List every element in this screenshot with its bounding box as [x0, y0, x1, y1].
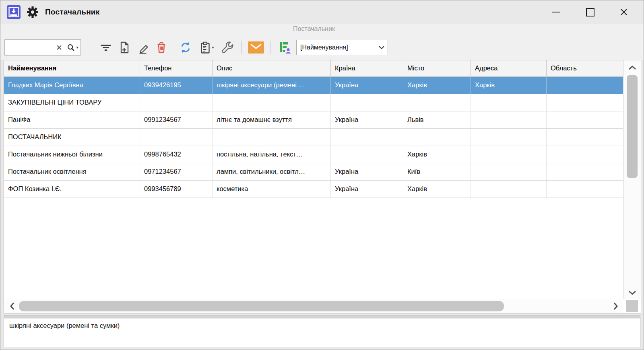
table-cell [547, 94, 623, 111]
column-header-1[interactable]: Телефон [140, 60, 213, 76]
edit-record-button[interactable] [134, 38, 152, 57]
splitter-handle[interactable] [4, 315, 640, 319]
table-cell: 0993456789 [140, 181, 213, 198]
scrollbar-corner [623, 299, 641, 313]
table-header: НайменуванняТелефонОписКраїнаМістоАдреса… [4, 60, 623, 77]
vertical-scrollbar[interactable] [623, 60, 641, 299]
column-header-6[interactable]: Область [547, 60, 623, 76]
table-cell: ПОСТАЧАЛЬНИК [4, 129, 140, 146]
combobox-value: [Найменування] [297, 44, 376, 51]
edit-icon [136, 41, 150, 54]
table-row[interactable]: ФОП Козинка І.Є.0993456789косметикаУкраї… [4, 181, 623, 198]
table-cell [471, 163, 547, 180]
table-cell [471, 146, 547, 163]
service-button[interactable] [218, 38, 237, 57]
scroll-up-button[interactable] [623, 62, 641, 73]
minimize-button[interactable] [547, 4, 566, 20]
table-cell: Харків [403, 181, 471, 198]
table-cell: ПаніФа [4, 111, 140, 128]
delete-icon [155, 41, 168, 54]
table-cell [547, 146, 623, 163]
gear-icon[interactable] [27, 6, 39, 18]
table-cell [471, 111, 547, 128]
add-record-button[interactable] [115, 38, 134, 57]
filter-button[interactable] [97, 38, 115, 57]
column-header-2[interactable]: Опис [213, 60, 331, 76]
table-cell: Україна [331, 163, 403, 180]
toolbar-separator [90, 41, 90, 54]
search-dropdown-caret-icon: ▾ [76, 45, 78, 49]
scroll-left-button[interactable] [6, 299, 18, 313]
table-cell [403, 94, 471, 111]
wrench-icon [221, 41, 234, 54]
table-cell [140, 129, 213, 146]
group-caption: Постачальник [0, 25, 627, 33]
table-cell [403, 129, 471, 146]
maximize-icon [586, 8, 594, 16]
table-row[interactable]: ПаніФа0991234567літнє та домашнє взуттяУ… [4, 111, 623, 129]
filter-icon [99, 41, 112, 54]
table-row[interactable]: ПОСТАЧАЛЬНИК [4, 129, 623, 146]
table-body: Гладких Марія Сергіївна0939426195шкіряні… [4, 77, 623, 198]
person-icon [287, 48, 289, 51]
table-cell [140, 94, 213, 111]
table-row[interactable]: Постачальник нижньої білизни0998765432по… [4, 146, 623, 163]
scroll-down-button[interactable] [623, 287, 641, 299]
maximize-button[interactable] [581, 4, 599, 20]
delete-record-button[interactable] [152, 38, 171, 57]
column-header-5[interactable]: Адреса [471, 60, 547, 76]
table-cell: Харків [471, 77, 547, 94]
table-row[interactable]: Постачальник освітлення0971234567лампи, … [4, 163, 623, 181]
window-title: Постачальник [45, 8, 99, 16]
table-cell: Постачальник нижньої білизни [4, 146, 140, 163]
search-icon [66, 43, 75, 52]
horizontal-scroll-thumb[interactable] [19, 301, 504, 311]
vertical-scroll-thumb[interactable] [627, 75, 638, 178]
close-button[interactable] [615, 4, 633, 20]
column-header-3[interactable]: Країна [331, 60, 403, 76]
table-cell [213, 94, 331, 111]
table-cell: постільна, натільна, текст… [213, 146, 331, 163]
sort-field-combobox[interactable]: [Найменування] [296, 40, 388, 55]
report-button[interactable]: ▾ [195, 38, 218, 57]
mail-button[interactable] [247, 38, 265, 57]
table-cell [471, 94, 547, 111]
table-cell: Харків [403, 77, 471, 94]
table-cell: Україна [331, 77, 403, 94]
search-box: ✕ ▾ [4, 39, 81, 56]
clear-search-button[interactable]: ✕ [54, 40, 64, 55]
search-input[interactable] [5, 44, 54, 51]
table-cell [547, 181, 623, 198]
description-panel: шкіряні аксесуари (ремені та сумки) [4, 315, 640, 348]
toolbar-separator [270, 41, 270, 54]
chevron-left-icon [10, 302, 14, 310]
table-cell: косметика [213, 181, 331, 198]
table-cell: 0939426195 [140, 77, 213, 94]
table-cell: Київ [403, 163, 471, 180]
export-contact-button[interactable] [275, 38, 294, 57]
search-button[interactable]: ▾ [64, 40, 80, 55]
column-header-0[interactable]: Найменування [4, 60, 140, 76]
table-cell: Україна [331, 111, 403, 128]
table-row[interactable]: Гладких Марія Сергіївна0939426195шкіряні… [4, 77, 623, 94]
table-cell: 0998765432 [140, 146, 213, 163]
table-row[interactable]: ЗАКУПІВЕЛЬНІ ЦІНИ ТОВАРУ [4, 94, 623, 111]
table-cell [547, 77, 623, 94]
minimize-icon [552, 12, 560, 12]
table-cell: Україна [331, 181, 403, 198]
column-header-4[interactable]: Місто [403, 60, 471, 76]
table-cell: 0971234567 [140, 163, 213, 180]
table-cell: 0991234567 [140, 111, 213, 128]
mail-icon [248, 41, 264, 54]
scroll-right-button[interactable] [610, 299, 621, 313]
app-window: Постачальник Постачальник ✕ [0, 0, 644, 350]
refresh-button[interactable] [176, 38, 195, 57]
app-logo-icon [6, 5, 21, 19]
window-controls [547, 4, 633, 20]
horizontal-scrollbar[interactable] [4, 299, 623, 313]
table-cell [547, 129, 623, 146]
export-contact-icon [278, 41, 291, 54]
table-cell: Гладких Марія Сергіївна [4, 77, 140, 94]
toolbar-zone: Постачальник ✕ ▾ [0, 24, 644, 60]
description-text: шкіряні аксесуари (ремені та сумки) [4, 319, 640, 333]
